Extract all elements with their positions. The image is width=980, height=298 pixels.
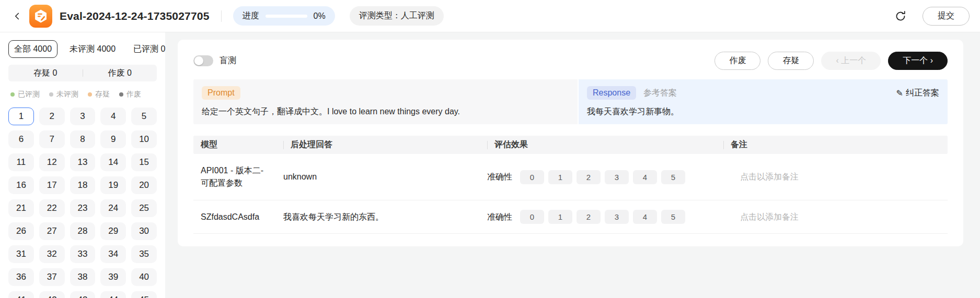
sidebar-tabs: 全部 4000未评测 4000已评测 0 xyxy=(8,40,157,58)
page-cell[interactable]: 36 xyxy=(8,268,34,286)
page-cell[interactable]: 19 xyxy=(100,176,126,194)
score-button[interactable]: 2 xyxy=(577,170,601,184)
table-header-label: 后处理回答 xyxy=(291,139,332,150)
page-cell[interactable]: 38 xyxy=(70,268,96,286)
pencil-icon: ✎ xyxy=(896,88,903,98)
prompt-badge: Prompt xyxy=(202,86,240,100)
page-cell[interactable]: 23 xyxy=(70,199,96,217)
page-cell[interactable]: 25 xyxy=(131,199,157,217)
score-button[interactable]: 3 xyxy=(605,210,629,224)
progress-label: 进度 xyxy=(243,10,259,21)
page-cell[interactable]: 20 xyxy=(131,176,157,194)
page-cell[interactable]: 45 xyxy=(131,291,157,298)
score-button[interactable]: 5 xyxy=(661,210,685,224)
page-cell[interactable]: 30 xyxy=(131,222,157,240)
correct-answer-link[interactable]: ✎ 纠正答案 xyxy=(896,88,939,99)
score-button[interactable]: 4 xyxy=(633,210,657,224)
page-cell[interactable]: 13 xyxy=(70,153,96,171)
correct-answer-label: 纠正答案 xyxy=(906,88,939,99)
page-cell[interactable]: 6 xyxy=(8,130,34,148)
page-cell[interactable]: 4 xyxy=(100,108,126,125)
page-cell[interactable]: 33 xyxy=(70,245,96,263)
page-cell[interactable]: 40 xyxy=(131,268,157,286)
table-header-cell: 后处理回答 xyxy=(276,139,480,150)
doubt-button[interactable]: 存疑 xyxy=(768,52,814,70)
evaluation-cell: 准确性012345 xyxy=(480,170,716,184)
processed-answer-cell: unknown xyxy=(276,171,480,183)
response-badge[interactable]: Response xyxy=(587,86,636,100)
invalidate-button[interactable]: 作废 xyxy=(714,52,760,70)
page-cell[interactable]: 26 xyxy=(8,222,34,240)
page-cell[interactable]: 11 xyxy=(8,153,34,171)
prev-button[interactable]: ‹ 上一个 xyxy=(821,52,881,70)
page-cell[interactable]: 31 xyxy=(8,245,34,263)
page-cell[interactable]: 39 xyxy=(100,268,126,286)
page-cell[interactable]: 35 xyxy=(131,245,157,263)
page-cell[interactable]: 5 xyxy=(131,108,157,125)
page-cell[interactable]: 28 xyxy=(70,222,96,240)
sidebar-tab[interactable]: 未评测 4000 xyxy=(64,40,121,58)
page-cell[interactable]: 37 xyxy=(39,268,65,286)
page-cell[interactable]: 16 xyxy=(8,176,34,194)
table-header-cell: 备注 xyxy=(716,139,948,150)
legend-item: 未评测 xyxy=(49,90,78,99)
page-cell[interactable]: 9 xyxy=(100,130,126,148)
page-cell[interactable]: 29 xyxy=(100,222,126,240)
page-cell[interactable]: 34 xyxy=(100,245,126,263)
back-button[interactable] xyxy=(10,9,24,23)
submit-button[interactable]: 提交 xyxy=(923,7,970,26)
blind-test-label: 盲测 xyxy=(220,55,236,66)
page-cell[interactable]: 43 xyxy=(70,291,96,298)
page-cell[interactable]: 18 xyxy=(70,176,96,194)
legend-label: 作废 xyxy=(126,90,141,99)
sidebar-tab[interactable]: 已评测 0 xyxy=(128,40,171,58)
page-cell[interactable]: 21 xyxy=(8,199,34,217)
note-placeholder[interactable]: 点击以添加备注 xyxy=(716,211,948,223)
progress-bar xyxy=(266,15,307,18)
page-cell[interactable]: 17 xyxy=(39,176,65,194)
page-cell[interactable]: 42 xyxy=(39,291,65,298)
reference-answer-tab[interactable]: 参考答案 xyxy=(643,88,677,99)
sidebar-status-tabs: 存疑 0作废 0 xyxy=(8,65,157,81)
score-button[interactable]: 4 xyxy=(633,170,657,184)
score-button[interactable]: 3 xyxy=(605,170,629,184)
legend-label: 已评测 xyxy=(18,90,40,99)
page-cell[interactable]: 2 xyxy=(39,108,65,125)
table-header-cell: 模型 xyxy=(193,139,276,150)
results-table: 模型后处理回答评估效果备注 API001 - 版本二-可配置参数unknown准… xyxy=(193,136,948,234)
page-cell[interactable]: 41 xyxy=(8,291,34,298)
page-cell[interactable]: 1 xyxy=(8,108,34,125)
score-button[interactable]: 0 xyxy=(520,170,544,184)
note-placeholder[interactable]: 点击以添加备注 xyxy=(716,171,948,183)
page-cell[interactable]: 24 xyxy=(100,199,126,217)
page-cell[interactable]: 12 xyxy=(39,153,65,171)
page-cell[interactable]: 10 xyxy=(131,130,157,148)
next-button[interactable]: 下一个 › xyxy=(888,52,948,70)
legend-item: 作废 xyxy=(119,90,141,99)
score-button[interactable]: 5 xyxy=(661,170,685,184)
page-cell[interactable]: 27 xyxy=(39,222,65,240)
page-cell[interactable]: 15 xyxy=(131,153,157,171)
page-cell[interactable]: 14 xyxy=(100,153,126,171)
processed-answer-cell: 我喜欢每天学习新的东西。 xyxy=(276,211,480,223)
page-cell[interactable]: 3 xyxy=(70,108,96,125)
response-text: 我每天喜欢学习新事物。 xyxy=(587,106,939,117)
page-cell[interactable]: 22 xyxy=(39,199,65,217)
score-button[interactable]: 1 xyxy=(548,170,572,184)
blind-test-toggle[interactable] xyxy=(193,55,213,66)
page-cell[interactable]: 8 xyxy=(70,130,96,148)
legend-dot-icon xyxy=(88,92,92,97)
page-cell[interactable]: 7 xyxy=(39,130,65,148)
score-button[interactable]: 0 xyxy=(520,210,544,224)
score-buttons: 012345 xyxy=(520,210,685,224)
sidebar-status-tab[interactable]: 存疑 0 xyxy=(8,68,83,79)
sidebar-tab[interactable]: 全部 4000 xyxy=(8,40,57,58)
page-cell[interactable]: 44 xyxy=(100,291,126,298)
score-button[interactable]: 1 xyxy=(548,210,572,224)
refresh-icon[interactable] xyxy=(893,9,908,23)
page-cell[interactable]: 32 xyxy=(39,245,65,263)
score-button[interactable]: 2 xyxy=(577,210,601,224)
evaluation-cell: 准确性012345 xyxy=(480,210,716,224)
sidebar-status-tab[interactable]: 作废 0 xyxy=(83,68,157,79)
score-buttons: 012345 xyxy=(520,170,685,184)
